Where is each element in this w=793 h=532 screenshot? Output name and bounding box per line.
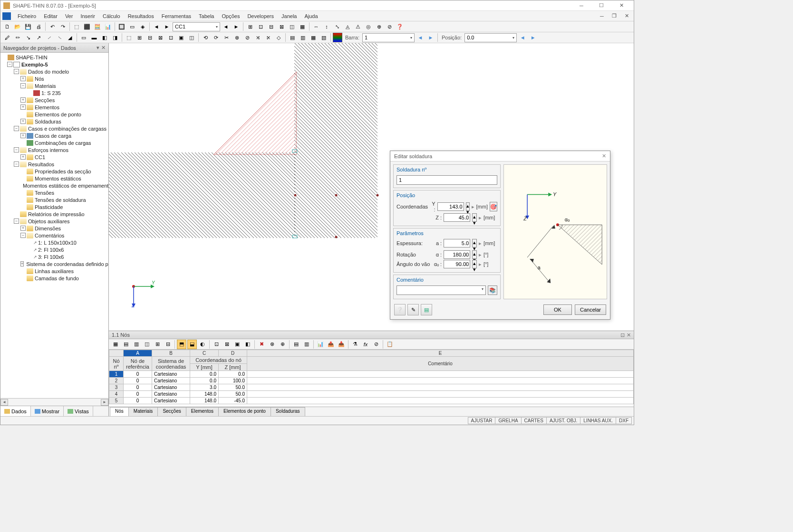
element-icon-2[interactable]: ▬ [89,33,99,42]
new-icon[interactable]: 🗋 [2,22,12,31]
tool-icon-f[interactable]: ▦ [298,22,307,31]
nav-next2-icon[interactable]: ► [232,22,241,31]
edit-icon-3[interactable]: ✂ [222,33,231,42]
pos-prev-icon[interactable]: ◄ [518,33,527,42]
table-row[interactable]: 4 0Cartesiano 148.050.0 [109,391,634,398]
status-linhas-aux[interactable]: LINHAS AUX. [580,417,616,424]
tree-mom-emp[interactable]: Momentos estáticos de empenament [0,182,108,189]
tree-root[interactable]: SHAPE-THIN [0,54,108,61]
dim-icon-1[interactable]: ↔ [311,22,321,31]
barra-prev-icon[interactable]: ◄ [416,33,425,42]
dialog-calc-button[interactable]: ▤ [421,304,432,315]
tbl-icon-17[interactable]: 📋 [385,340,395,349]
view-3d-icon[interactable]: 🔲 [117,22,126,31]
tbl-icon-10[interactable]: ▣ [232,340,242,349]
tbl-icon-14[interactable]: ▤ [291,340,301,349]
rotacao-spinner[interactable]: ▴▾ [472,250,477,259]
rotacao-input[interactable] [444,250,470,259]
col-E[interactable]: E [247,350,634,357]
view-iso-icon[interactable]: ◈ [138,22,147,31]
tree-elementos-ponto[interactable]: Elementos de ponto [0,111,108,118]
menu-ferramentas[interactable]: Ferramentas [158,12,195,20]
element-icon-4[interactable]: ◨ [110,33,120,42]
dialog-close-button[interactable]: ✕ [602,153,606,159]
menu-opcoes[interactable]: Opções [218,12,243,20]
edit-icon-7[interactable]: ⤪ [263,33,273,42]
tree-dados-modelo[interactable]: −Dados do modelo [0,68,108,75]
table-close-icon[interactable]: ✕ [627,332,631,338]
dim-icon-7[interactable]: ⊕ [374,22,384,31]
table-row[interactable]: 5 0Cartesiano 148.0-45.0 [109,398,634,404]
col-C[interactable]: C [190,350,219,357]
dim-icon-3[interactable]: ⤡ [332,22,342,31]
tree-comb-cargas[interactable]: Combinações de cargas [0,139,108,146]
open-icon[interactable]: 📂 [13,22,22,31]
tree-obj-aux[interactable]: −Objetos auxiliares [0,218,108,225]
espessura-input[interactable] [444,239,470,247]
toolbar-icon-1[interactable]: ⬚ [72,22,81,31]
dialog-help-button[interactable]: ❔ [394,304,406,315]
tree-elementos[interactable]: +Elementos [0,104,108,111]
shape-icon-5[interactable]: ⊡ [166,33,175,42]
tree-cc1[interactable]: +CC1 [0,153,108,161]
table-row[interactable]: 3 0Cartesiano 3.050.0 [109,384,634,391]
dialog-edit-button[interactable]: ✎ [407,304,419,315]
draw-icon-5[interactable]: ⟋ [44,33,54,42]
nav-tab-vistas[interactable]: Vistas [64,406,93,416]
panel-float-icon[interactable]: ▾ [97,45,99,51]
calc-icon[interactable]: 🧮 [93,22,102,31]
tree-comment-1[interactable]: ↗1: L 150x100x10 [0,239,108,246]
edit-icon-2[interactable]: ⟳ [211,33,221,42]
misc-icon-4[interactable]: ▧ [319,33,329,42]
comentario-lib-button[interactable]: 📚 [488,285,497,295]
tab-materiais[interactable]: Materiais [128,407,158,416]
nav-tab-mostrar[interactable]: Mostrar [31,406,64,416]
tbl-export-icon[interactable]: 📤 [326,340,336,349]
col-A[interactable]: A [124,350,152,357]
coord-y-spinner[interactable]: ▴▾ [466,202,470,211]
status-ajust-obj[interactable]: AJUST. OBJ. [546,417,580,424]
tree-tensoes-sold[interactable]: Tensões de soldadura [0,196,108,203]
draw-icon-3[interactable]: ↘ [23,33,33,42]
tbl-highlight-icon-2[interactable]: ⬓ [187,340,197,349]
dim-icon-6[interactable]: ◎ [364,22,373,31]
view-front-icon[interactable]: ▭ [127,22,137,31]
ok-button[interactable]: OK [543,304,572,315]
element-icon-1[interactable]: ▭ [79,33,88,42]
tool-icon-a[interactable]: ⊞ [245,22,255,31]
col-B[interactable]: B [152,350,190,357]
nav-next-icon[interactable]: ► [162,22,172,31]
edit-icon-4[interactable]: ⊗ [232,33,242,42]
tree-linhas-aux[interactable]: Linhas auxiliares [0,267,108,275]
table-row[interactable]: 1 0Cartesiano 0.00.0 [109,371,634,378]
pick-point-button[interactable]: 🎯 [490,202,497,211]
mdi-restore-button[interactable]: ❐ [609,11,619,21]
tree-rel-impressao[interactable]: Relatórios de impressão [0,210,108,218]
barra-combo[interactable]: 1 [362,33,415,42]
tbl-icon-13[interactable]: ⊕ [278,340,287,349]
nav-prev2-icon[interactable]: ◄ [221,22,231,31]
tree-plasticidade[interactable]: Plasticidade [0,203,108,210]
tree-dimensoes[interactable]: +Dimensões [0,225,108,232]
tab-elementos[interactable]: Elementos [186,407,219,416]
weld-number-input[interactable] [396,175,497,185]
tree-comment-2[interactable]: ↗2: Fl 100x6 [0,246,108,253]
status-grelha[interactable]: GRELHA [495,417,521,424]
shape-icon-7[interactable]: ◫ [187,33,196,42]
tool-icon-c[interactable]: ⊟ [266,22,276,31]
dim-icon-8[interactable]: ⊘ [385,22,394,31]
element-icon-3[interactable]: ◧ [100,33,109,42]
loadcase-combo[interactable]: CC1 [173,22,220,31]
nodes-table[interactable]: A B C D E Nónº [109,350,634,404]
tree-mom-estaticos[interactable]: Momentos estáticos [0,175,108,182]
table-float-icon[interactable]: ⊡ [620,332,625,338]
misc-icon-2[interactable]: ▥ [298,33,308,42]
tbl-icon-4[interactable]: ◫ [142,340,152,349]
app-menu-icon[interactable] [2,12,11,20]
tbl-icon-1[interactable]: ▦ [111,340,120,349]
menu-ajuda[interactable]: Ajuda [300,12,321,20]
tbl-highlight-icon-1[interactable]: ⬒ [177,340,186,349]
tab-elem-ponto[interactable]: Elementos de ponto [218,407,271,416]
status-cartes[interactable]: CARTES [521,417,547,424]
toolbar-icon-2[interactable]: ⬛ [82,22,92,31]
